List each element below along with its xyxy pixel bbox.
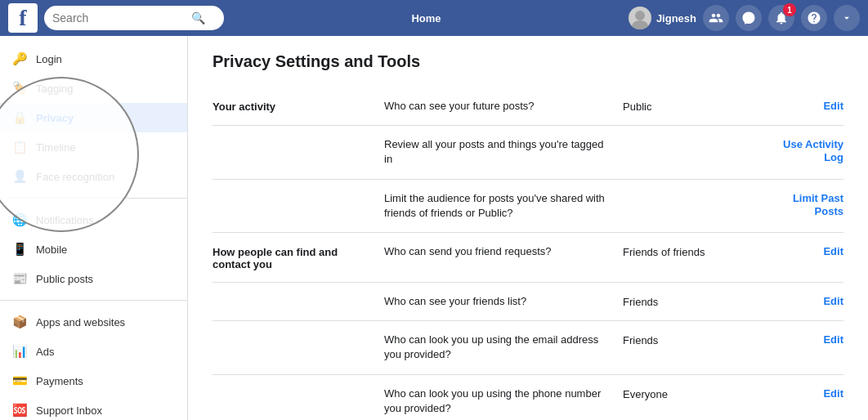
sidebar-item-label: Ads — [36, 346, 54, 358]
setting-action: Edit — [778, 294, 843, 307]
login-icon: 🔑 — [11, 51, 28, 67]
action-link[interactable]: Use Activity Log — [783, 138, 843, 163]
section-label: Your activity — [213, 99, 376, 113]
settings-row: Who can look you up using the email addr… — [213, 320, 843, 373]
sidebar-item-label: Notifications — [36, 214, 94, 226]
apps-websites-icon: 📦 — [11, 314, 28, 330]
tagging-icon: 🏷️ — [11, 80, 28, 96]
sidebar-item-face-recognition[interactable]: 👤 Face recognition — [0, 162, 187, 191]
edit-link[interactable]: Edit — [823, 295, 843, 307]
setting-value: Everyone — [623, 386, 770, 400]
setting-question: Review all your posts and things you're … — [384, 137, 615, 167]
settings-row: Limit the audience for posts you've shar… — [213, 179, 843, 232]
header-nav: Home — [224, 12, 629, 25]
header: f 🔍 Home Jignesh 1 — [0, 0, 868, 36]
sidebar-item-label: Payments — [36, 375, 83, 387]
setting-question: Who can see your future posts? — [384, 99, 615, 114]
sidebar-item-label: Privacy — [36, 112, 74, 124]
notification-badge: 1 — [783, 3, 796, 16]
setting-action: Use Activity Log — [778, 137, 843, 163]
mobile-icon: 📱 — [11, 241, 28, 257]
face-recognition-icon: 👤 — [11, 168, 28, 185]
public-posts-icon: 📰 — [11, 270, 28, 287]
sidebar-item-support-inbox[interactable]: 🆘 Support Inbox — [0, 395, 187, 420]
main-content: Privacy Settings and Tools Your activity… — [188, 36, 868, 420]
setting-action: Edit — [778, 244, 843, 257]
setting-value — [623, 137, 770, 139]
setting-value — [623, 191, 770, 193]
setting-question: Limit the audience for posts you've shar… — [384, 191, 615, 221]
search-bar[interactable]: 🔍 — [44, 6, 224, 30]
sidebar-item-label: Face recognition — [36, 171, 114, 183]
edit-link[interactable]: Edit — [823, 387, 843, 400]
friends-icon-button[interactable] — [703, 5, 729, 31]
settings-section: Your activity Who can see your future po… — [213, 87, 843, 420]
settings-row: How people can find and contact you Who … — [213, 232, 843, 282]
help-icon-button[interactable] — [801, 5, 827, 31]
sidebar-divider — [0, 300, 187, 301]
sidebar-divider — [0, 198, 187, 199]
sidebar-item-label: Timeline — [36, 141, 76, 154]
sidebar-item-label: Support Inbox — [36, 404, 102, 417]
sidebar-item-label: Login — [36, 53, 62, 65]
setting-value: Public — [623, 99, 770, 113]
privacy-icon: 🔒 — [11, 109, 28, 126]
settings-row: Your activity Who can see your future po… — [213, 87, 843, 125]
setting-action: Edit — [778, 333, 843, 346]
setting-value: Friends — [623, 333, 770, 346]
payments-icon: 💳 — [11, 373, 28, 389]
sidebar-item-label: Public posts — [36, 273, 93, 285]
sidebar-item-public-posts[interactable]: 📰 Public posts — [0, 264, 187, 293]
sidebar-item-label: Mobile — [36, 244, 67, 256]
setting-action: Edit — [778, 99, 843, 112]
svg-point-1 — [632, 20, 648, 29]
avatar — [629, 7, 651, 29]
search-input[interactable] — [52, 11, 191, 25]
section-label: How people can find and contact you — [213, 244, 376, 270]
timeline-icon: 📋 — [11, 139, 28, 155]
home-link[interactable]: Home — [411, 12, 441, 25]
search-icon[interactable]: 🔍 — [191, 11, 205, 25]
notifications-icon: 🌐 — [11, 212, 28, 228]
sidebar-item-ads[interactable]: 📊 Ads — [0, 337, 187, 366]
setting-action: Edit — [778, 386, 843, 400]
setting-question: Who can look you up using the email addr… — [384, 333, 615, 362]
sidebar-item-privacy[interactable]: 🔒 Privacy — [0, 103, 187, 132]
sidebar: 🔑 Login 🏷️ Tagging 🔒 Privacy 📋 Timeline … — [0, 36, 188, 420]
svg-point-0 — [635, 11, 645, 20]
facebook-logo[interactable]: f — [8, 3, 38, 33]
setting-value: Friends of friends — [623, 244, 770, 258]
setting-question: Who can look you up using the phone numb… — [384, 386, 615, 416]
messenger-icon-button[interactable] — [736, 5, 762, 31]
edit-link[interactable]: Edit — [823, 333, 843, 346]
ads-icon: 📊 — [11, 343, 28, 360]
support-inbox-icon: 🆘 — [11, 402, 28, 418]
sidebar-item-apps-websites[interactable]: 📦 Apps and websites — [0, 307, 187, 337]
header-right: Jignesh 1 — [629, 5, 860, 31]
user-profile-button[interactable]: Jignesh — [629, 7, 696, 29]
user-name: Jignesh — [656, 12, 696, 25]
setting-action: Limit Past Posts — [778, 191, 843, 217]
layout: 🔑 Login 🏷️ Tagging 🔒 Privacy 📋 Timeline … — [0, 36, 868, 420]
sidebar-item-tagging[interactable]: 🏷️ Tagging — [0, 74, 187, 103]
setting-question: Who can see your friends list? — [384, 294, 615, 309]
settings-row: Who can look you up using the phone numb… — [213, 374, 843, 421]
action-link[interactable]: Limit Past Posts — [793, 192, 843, 217]
edit-link[interactable]: Edit — [823, 245, 843, 257]
settings-row: Review all your posts and things you're … — [213, 125, 843, 178]
sidebar-item-notifications[interactable]: 🌐 Notifications — [0, 205, 187, 235]
setting-value: Friends — [623, 294, 770, 308]
sidebar-item-label: Tagging — [36, 83, 74, 95]
sidebar-item-timeline[interactable]: 📋 Timeline — [0, 132, 187, 162]
dropdown-icon-button[interactable] — [834, 5, 860, 31]
sidebar-item-payments[interactable]: 💳 Payments — [0, 366, 187, 395]
sidebar-item-mobile[interactable]: 📱 Mobile — [0, 235, 187, 264]
notifications-icon-button[interactable]: 1 — [768, 5, 794, 31]
sidebar-item-login[interactable]: 🔑 Login — [0, 44, 187, 74]
edit-link[interactable]: Edit — [823, 100, 843, 112]
sidebar-item-label: Apps and websites — [36, 316, 125, 328]
settings-row: Who can see your friends list? Friends E… — [213, 282, 843, 320]
setting-question: Who can send you friend requests? — [384, 244, 615, 259]
page-title: Privacy Settings and Tools — [213, 52, 843, 71]
